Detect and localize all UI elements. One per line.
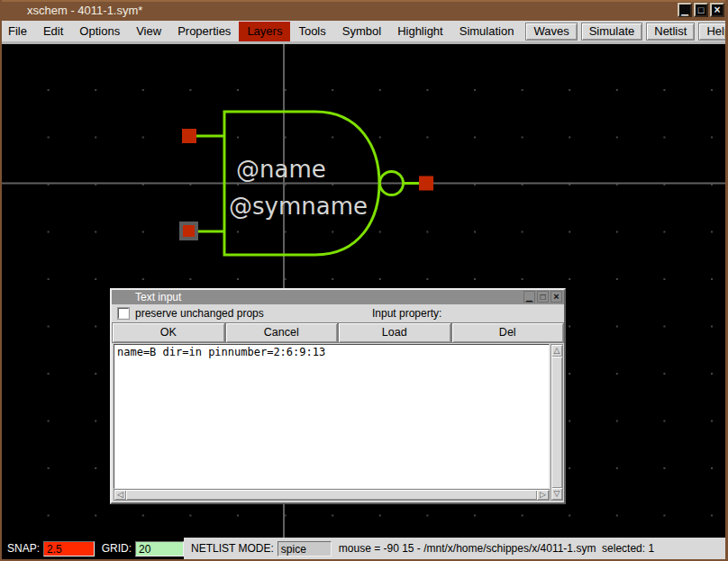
scroll-right-icon[interactable]: ▷ [537,490,549,500]
netlist-mode-field[interactable]: spice [278,541,332,556]
output-pin[interactable] [419,176,433,191]
dialog-buttons-row: OK Cancel Load Del [112,322,564,343]
input-property-label: Input property: [372,307,441,320]
dialog-titlebar[interactable]: Text input ▁ □ × [112,290,564,304]
input-b-pin[interactable] [183,225,195,237]
vertical-scrollbar[interactable]: △ ▽ [551,344,563,501]
vertical-scroll-thumb[interactable] [551,357,562,488]
symbol-symname-label[interactable]: @symname [229,193,368,220]
menu-highlight[interactable]: Highlight [389,22,451,41]
menu-layers[interactable]: Layers [239,22,290,41]
netlist-mode-label: NETLIST MODE: [191,542,274,555]
dialog-maximize-icon[interactable]: □ [537,291,549,303]
dialog-minimize-icon[interactable]: ▁ [523,291,535,303]
dialog-options-row: preserve unchanged props Input property: [112,304,564,322]
dialog-controls: ▁ □ × [523,291,562,303]
statusbar-right: NETLIST MODE: spice mouse = -90 15 - /mn… [184,538,728,559]
grid-label: GRID: [102,542,132,555]
grid-value-field[interactable]: 20 [135,541,184,556]
minimize-icon[interactable]: ▁ [678,3,692,17]
menu-edit[interactable]: Edit [35,22,71,41]
window-title: xschem - 4011-1.sym* [27,0,142,21]
window-controls: ▁ □ × [678,3,724,17]
close-icon[interactable]: × [710,3,724,17]
symbol-name-label[interactable]: @name [236,156,326,183]
xschem-window: xschem - 4011-1.sym* ▁ □ × File Edit Opt… [0,0,728,561]
del-button[interactable]: Del [451,322,565,343]
dialog-title: Text input [135,291,181,303]
menubar: File Edit Options View Properties Layers… [0,21,728,44]
cancel-button[interactable]: Cancel [225,322,339,343]
mouse-status-text: mouse = -90 15 - /mnt/x/home/schippes/x/… [339,542,654,555]
help-button[interactable]: Help [698,23,728,41]
horizontal-scrollbar[interactable]: ◁ ▷ [114,489,550,501]
maximize-icon[interactable]: □ [694,3,708,17]
netlist-button[interactable]: Netlist [646,23,695,41]
window-titlebar[interactable]: xschem - 4011-1.sym* ▁ □ × [0,0,728,21]
ok-button[interactable]: OK [112,322,225,343]
statusbar: SNAP: 2.5 GRID: 20 NETLIST MODE: spice m… [0,538,728,559]
text-input-dialog: Text input ▁ □ × preserve unchanged prop… [110,288,566,504]
menu-options[interactable]: Options [71,22,128,41]
snap-value-field[interactable]: 2.5 [43,541,95,556]
menu-file[interactable]: File [0,22,35,41]
menu-properties[interactable]: Properties [169,22,239,41]
menubar-actions: Waves Simulate Netlist Help [522,23,728,41]
menu-symbol[interactable]: Symbol [334,22,389,41]
horizontal-scroll-thumb[interactable] [126,490,537,500]
snap-label: SNAP: [7,542,40,555]
simulate-button[interactable]: Simulate [581,23,643,41]
menu-tools[interactable]: Tools [290,22,333,41]
load-button[interactable]: Load [338,322,451,343]
statusbar-left: SNAP: 2.5 GRID: 20 [0,538,184,559]
input-a-pin[interactable] [182,129,196,143]
preserve-props-checkbox[interactable] [118,308,129,319]
scroll-up-icon[interactable]: △ [551,345,562,357]
waves-button[interactable]: Waves [525,23,577,41]
scroll-down-icon[interactable]: ▽ [551,488,562,500]
property-text-input[interactable]: name=B dir=in pinnumber=2:6:9:13 [114,344,550,489]
preserve-props-label: preserve unchanged props [135,307,264,320]
dialog-close-icon[interactable]: × [551,291,562,303]
scroll-left-icon[interactable]: ◁ [114,490,126,500]
menu-simulation[interactable]: Simulation [451,22,523,41]
menu-view[interactable]: View [128,22,169,41]
